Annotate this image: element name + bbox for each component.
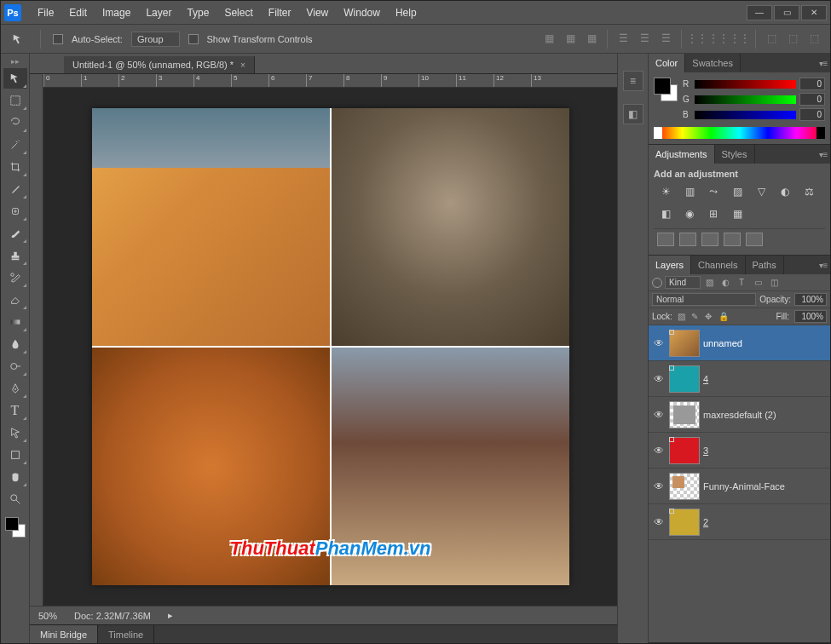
tools-collapse-icon[interactable]: ▸▸ <box>1 57 29 66</box>
layer-thumbnail[interactable] <box>669 330 700 357</box>
b-slider[interactable] <box>695 111 796 119</box>
align-middle-icon[interactable]: ▦ <box>561 30 580 47</box>
color-picker-swatch[interactable] <box>654 78 678 101</box>
balance-icon[interactable]: ⚖ <box>800 184 817 199</box>
lock-all-icon[interactable]: 🔒 <box>718 312 729 322</box>
levels-icon[interactable]: ▥ <box>681 184 698 199</box>
zoom-level[interactable]: 50% <box>38 611 57 621</box>
b-value[interactable]: 0 <box>799 108 825 121</box>
mixer-icon[interactable]: ⊞ <box>705 206 722 221</box>
dodge-tool[interactable] <box>3 356 27 377</box>
status-arrow-icon[interactable]: ▸ <box>168 610 173 621</box>
visibility-icon[interactable]: 👁 <box>652 373 666 385</box>
visibility-icon[interactable]: 👁 <box>652 445 666 457</box>
filter-smart-icon[interactable]: ◫ <box>768 277 780 289</box>
history-brush-tool[interactable] <box>3 267 27 288</box>
exposure-icon[interactable]: ▨ <box>729 184 746 199</box>
layer-thumbnail[interactable] <box>669 509 700 536</box>
lasso-tool[interactable] <box>3 112 27 133</box>
distribute-spacing-icon[interactable]: ⋮⋮ <box>730 30 749 47</box>
tab-color[interactable]: Color <box>649 54 685 72</box>
distribute-v-icon[interactable]: ⋮⋮ <box>709 30 728 47</box>
pen-tool[interactable] <box>3 378 27 399</box>
tab-channels[interactable]: Channels <box>691 256 745 274</box>
lock-position-icon[interactable]: ✥ <box>705 312 715 322</box>
filter-type-icon[interactable]: T <box>736 277 747 289</box>
gradient-tool[interactable] <box>3 312 27 332</box>
brightness-icon[interactable]: ☀ <box>657 184 674 199</box>
layer-row[interactable]: 👁 unnamed <box>649 325 830 361</box>
history-icon[interactable]: ≡ <box>623 71 643 91</box>
layer-search-icon[interactable] <box>652 278 662 288</box>
panel-menu-icon[interactable]: ▾≡ <box>817 261 830 270</box>
menu-window[interactable]: Window <box>336 7 388 19</box>
layer-thumbnail[interactable] <box>669 365 700 393</box>
close-tab-icon[interactable]: × <box>240 60 245 70</box>
3d-icon[interactable]: ⬚ <box>762 30 781 47</box>
selective-icon[interactable] <box>746 233 763 246</box>
opacity-value[interactable]: 100% <box>794 293 827 306</box>
hue-icon[interactable]: ◐ <box>776 184 793 199</box>
color-swatches[interactable] <box>5 517 26 538</box>
auto-select-checkbox[interactable] <box>53 34 63 44</box>
properties-icon[interactable]: ◧ <box>623 104 643 124</box>
distribute-h-icon[interactable]: ⋮⋮ <box>688 30 707 47</box>
align-bottom-icon[interactable]: ▦ <box>582 30 601 47</box>
menu-help[interactable]: Help <box>388 7 424 19</box>
layer-thumbnail[interactable] <box>669 437 700 464</box>
foreground-color[interactable] <box>5 517 19 531</box>
layer-row[interactable]: 👁 maxresdefault (2) <box>649 397 830 433</box>
lock-transparency-icon[interactable]: ▨ <box>678 312 688 322</box>
marquee-tool[interactable] <box>3 90 27 111</box>
filter-shape-icon[interactable]: ▭ <box>752 277 764 289</box>
align-center-icon[interactable]: ☰ <box>635 30 654 47</box>
layer-row[interactable]: 👁 3 <box>649 433 830 469</box>
color-spectrum[interactable] <box>654 127 825 139</box>
eyedropper-tool[interactable] <box>3 179 27 199</box>
panel-menu-icon[interactable]: ▾≡ <box>817 150 830 159</box>
menu-filter[interactable]: Filter <box>261 7 299 19</box>
lookup-icon[interactable]: ▦ <box>729 206 746 221</box>
heal-tool[interactable] <box>3 201 27 221</box>
layer-name[interactable]: 2 <box>703 517 708 527</box>
layer-name[interactable]: 4 <box>703 374 708 384</box>
auto-select-dropdown[interactable]: Group <box>131 32 180 47</box>
type-tool[interactable]: T <box>3 400 27 421</box>
menu-file[interactable]: File <box>30 7 61 19</box>
tab-swatches[interactable]: Swatches <box>685 54 741 72</box>
document-tab[interactable]: Untitled-1 @ 50% (unnamed, RGB/8) * × <box>64 56 255 73</box>
gradient-map-icon[interactable] <box>724 233 741 246</box>
tab-adjustments[interactable]: Adjustments <box>649 145 715 164</box>
menu-type[interactable]: Type <box>179 7 216 19</box>
r-value[interactable]: 0 <box>799 78 825 90</box>
photo-filter-icon[interactable]: ◉ <box>681 206 698 221</box>
arrange-icon[interactable]: ⬚ <box>783 30 802 47</box>
layer-name[interactable]: Funny-Animal-Face <box>703 481 785 492</box>
menu-layer[interactable]: Layer <box>138 7 179 19</box>
g-value[interactable]: 0 <box>799 93 825 106</box>
close-button[interactable]: ✕ <box>801 5 827 20</box>
r-slider[interactable] <box>695 80 796 89</box>
show-transform-checkbox[interactable] <box>188 34 199 44</box>
minimize-button[interactable]: — <box>747 5 772 20</box>
filter-pixel-icon[interactable]: ▨ <box>703 277 715 289</box>
vibrance-icon[interactable]: ▽ <box>753 184 770 199</box>
wand-tool[interactable] <box>3 135 27 155</box>
current-tool-icon[interactable] <box>8 31 28 48</box>
g-slider[interactable] <box>695 95 796 104</box>
bw-icon[interactable]: ◧ <box>657 206 674 221</box>
tab-layers[interactable]: Layers <box>649 256 691 274</box>
canvas-area[interactable]: ThuThuatPhanMem.vn <box>43 88 617 606</box>
brush-tool[interactable] <box>3 223 27 244</box>
visibility-icon[interactable]: 👁 <box>652 480 666 492</box>
menu-view[interactable]: View <box>298 7 336 19</box>
hand-tool[interactable] <box>3 467 27 487</box>
menu-image[interactable]: Image <box>95 7 138 19</box>
filter-adjust-icon[interactable]: ◐ <box>719 277 731 289</box>
layer-name[interactable]: unnamed <box>703 338 742 348</box>
visibility-icon[interactable]: 👁 <box>652 516 666 528</box>
eraser-tool[interactable] <box>3 290 27 310</box>
invert-icon[interactable] <box>657 233 674 246</box>
panel-menu-icon[interactable]: ▾≡ <box>817 59 830 68</box>
maximize-button[interactable]: ▭ <box>774 5 799 20</box>
